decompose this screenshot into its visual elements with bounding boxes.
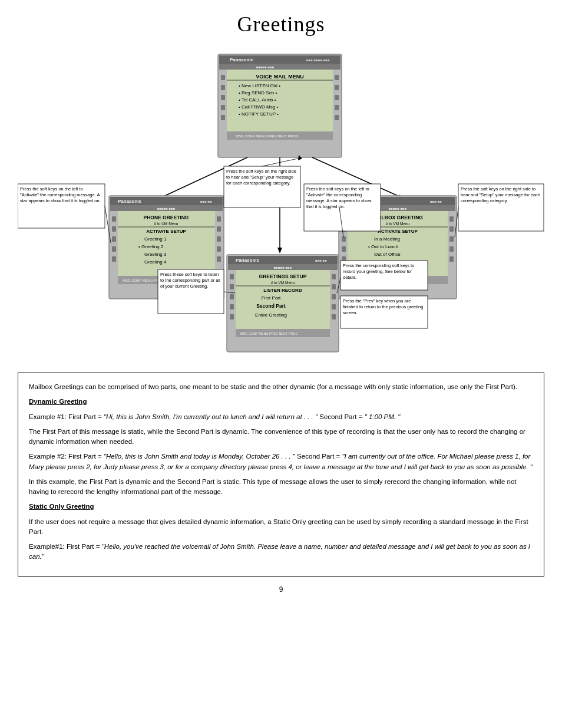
svg-rect-105: [230, 304, 234, 309]
svg-rect-82: [449, 226, 454, 232]
dynamic-greeting-heading: Dynamic Greeting: [29, 397, 533, 407]
svg-rect-78: [342, 236, 346, 242]
svg-text:■■■ ■■: ■■■ ■■: [430, 200, 442, 203]
svg-text:Entire Greeting: Entire Greeting: [255, 312, 287, 318]
svg-rect-111: [332, 314, 336, 319]
svg-text:Greeting 3: Greeting 3: [144, 252, 167, 257]
svg-text:Panasonic: Panasonic: [118, 199, 142, 204]
svg-text:Second Part: Second Part: [256, 303, 286, 309]
static-greeting-heading: Static Only Greeting: [29, 502, 533, 512]
static-example-text: "Hello, you've reached the voicemail of …: [29, 543, 530, 560]
svg-text:VOICE MAIL MENU: VOICE MAIL MENU: [256, 74, 303, 80]
svg-marker-29: [277, 248, 282, 253]
svg-text:■■■ ■■: ■■■ ■■: [200, 200, 212, 203]
dynamic-example2: Example #2: First Part = "Hello, this is…: [29, 452, 533, 472]
svg-rect-23: [335, 95, 339, 100]
svg-text:ACTIVATE   SETUP: ACTIVATE SETUP: [146, 229, 186, 234]
diagram-svg: Panasonic ■■■ ■■■■ ■■■ ■■■■■ ■■■ VOICE M…: [18, 48, 544, 361]
svg-text:Out of Office: Out of Office: [374, 252, 401, 257]
svg-text:•  Out to Lunch: • Out to Lunch: [368, 244, 398, 249]
svg-rect-79: [342, 246, 346, 252]
dynamic-example2-first: "Hello, this is John Smith and today is …: [104, 453, 295, 460]
svg-text:GREETINGS SETUP: GREETINGS SETUP: [259, 274, 307, 279]
svg-rect-4: [219, 64, 340, 70]
svg-rect-53: [112, 256, 116, 262]
svg-text:# to UM Menu: # to UM Menu: [154, 222, 178, 226]
main-menu-device: Panasonic ■■■ ■■■■ ■■■ ■■■■■ ■■■ VOICE M…: [218, 54, 342, 157]
static-body: If the user does not require a message t…: [29, 517, 533, 538]
svg-text:• Tel     CALL   •Vmb •: • Tel CALL •Vmb •: [239, 97, 276, 103]
svg-rect-109: [332, 294, 336, 299]
svg-text:LISTEN   RECORD: LISTEN RECORD: [263, 288, 302, 293]
svg-rect-84: [449, 246, 454, 252]
svg-text:■■■ ■■■■ ■■■: ■■■ ■■■■ ■■■: [306, 58, 330, 62]
svg-rect-38: [118, 211, 215, 276]
dynamic-body1: The First Part of this message is static…: [29, 427, 533, 447]
svg-text:■■■■■ ■■■: ■■■■■ ■■■: [389, 207, 407, 210]
svg-text:■■■■■ ■■■: ■■■■■ ■■■: [256, 65, 275, 69]
svg-text:Greeting 1: Greeting 1: [144, 236, 167, 242]
svg-rect-51: [112, 236, 116, 242]
svg-text:# to VM Menu: # to VM Menu: [386, 222, 410, 226]
svg-rect-107: [332, 274, 336, 279]
svg-text:PHONE GREETING: PHONE GREETING: [144, 215, 189, 220]
svg-text:Panasonic: Panasonic: [230, 57, 254, 62]
dynamic-example1-first: "Hi, this is John Smith, I'm currently o…: [104, 413, 318, 420]
dynamic-example1-second: " 1:00 PM. ": [365, 413, 401, 420]
svg-rect-19: [221, 105, 225, 110]
static-example-prefix: Example#1: First Part =: [29, 543, 102, 550]
svg-rect-104: [230, 294, 234, 299]
svg-rect-54: [217, 216, 221, 222]
dynamic-body2: In this example, the First Part is dynam…: [29, 477, 533, 498]
svg-rect-24: [335, 105, 339, 110]
svg-text:Greeting 4: Greeting 4: [144, 259, 167, 265]
page: Greetings Panasonic ■■■ ■■■■ ■■■ ■■■■■ ■…: [0, 0, 562, 728]
dynamic-example2-middle: Second Part =: [295, 453, 342, 460]
svg-rect-16: [221, 75, 225, 80]
svg-rect-55: [217, 226, 221, 232]
svg-text:Panasonic: Panasonic: [236, 258, 260, 263]
svg-line-115: [262, 158, 300, 166]
svg-text:# to VM Menu: # to VM Menu: [271, 281, 295, 285]
svg-rect-20: [221, 115, 225, 120]
greetings-setup-device: Panasonic ■■■ ■■ ■■■■■ ■■■ GREETINGS SET…: [227, 255, 339, 352]
svg-rect-17: [221, 85, 225, 90]
svg-rect-25: [335, 115, 339, 120]
svg-rect-18: [221, 95, 225, 100]
svg-text:■■■ ■■: ■■■ ■■: [315, 259, 327, 262]
svg-rect-102: [230, 274, 234, 279]
text-content-box: Mailbox Greetings can be comprised of tw…: [18, 373, 544, 577]
svg-rect-83: [449, 236, 454, 242]
svg-rect-49: [112, 216, 116, 222]
dynamic-example2-prefix: Example #2: First Part =: [29, 453, 104, 460]
static-example: Example#1: First Part = "Hello, you've r…: [29, 542, 533, 562]
svg-rect-22: [335, 85, 339, 90]
svg-rect-56: [217, 236, 221, 242]
svg-text:ACTIVATE   SETUP: ACTIVATE SETUP: [378, 229, 418, 234]
svg-text:• NOTIFY    SETUP •: • NOTIFY SETUP •: [239, 111, 279, 117]
svg-rect-110: [332, 304, 336, 309]
intro-paragraph: Mailbox Greetings can be comprised of tw…: [29, 382, 533, 392]
svg-text:• Reg    SEND    Sch •: • Reg SEND Sch •: [239, 90, 277, 95]
svg-rect-106: [230, 314, 234, 319]
svg-rect-57: [217, 246, 221, 252]
svg-rect-58: [217, 256, 221, 262]
page-number: 9: [18, 585, 544, 594]
svg-text:First Part: First Part: [262, 295, 281, 301]
diagram-area: Panasonic ■■■ ■■■■ ■■■ ■■■■■ ■■■ VOICE M…: [18, 48, 544, 361]
dynamic-example1-prefix: Example #1: First Part =: [29, 413, 104, 420]
svg-rect-108: [332, 284, 336, 289]
svg-text:• New   LISTEN   Old •: • New LISTEN Old •: [239, 83, 280, 88]
svg-text:In a Meeting: In a Meeting: [374, 236, 400, 242]
svg-text:• Call   FRWD    Msg •: • Call FRWD Msg •: [239, 104, 278, 110]
svg-rect-85: [449, 256, 454, 262]
svg-text:■■■■■ ■■■: ■■■■■ ■■■: [157, 207, 176, 210]
svg-rect-50: [112, 226, 116, 232]
dynamic-example1-middle: Second Part =: [318, 413, 365, 420]
page-title: Greetings: [18, 12, 544, 37]
dynamic-example1: Example #1: First Part = "Hi, this is Jo…: [29, 412, 533, 422]
svg-rect-21: [335, 75, 339, 80]
svg-rect-81: [449, 216, 454, 222]
svg-text:•  Greeting 2: • Greeting 2: [138, 244, 164, 249]
svg-text:■■■■■ ■■■: ■■■■■ ■■■: [274, 266, 292, 269]
